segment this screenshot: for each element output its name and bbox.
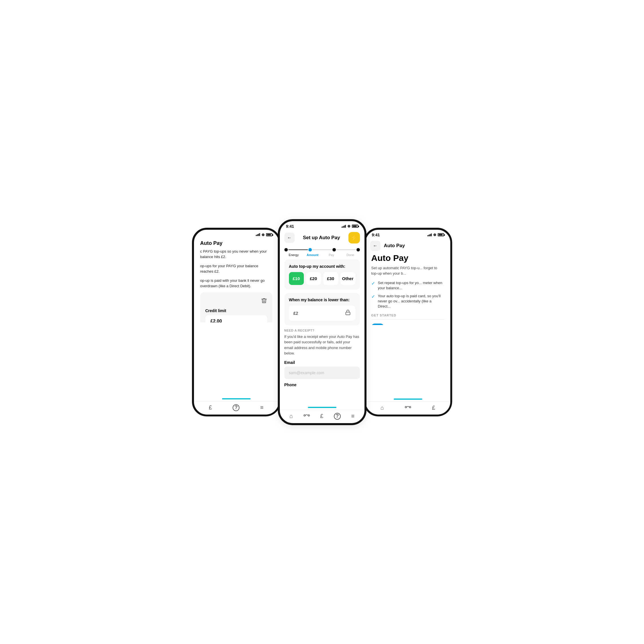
receipt-section: NEED A RECEIPT? If you'd like a receipt … — [280, 329, 364, 389]
left-phone-content: ⊛ Auto Pay c PAYG top-ups so you never w… — [194, 230, 279, 415]
check-item-2: ✓ Your auto top-up is paid card, so you'… — [371, 294, 445, 309]
step-dot-amount — [308, 248, 312, 251]
step-line-2 — [312, 249, 332, 250]
balance-card: When my balance is lower than: £2 — [284, 293, 360, 325]
step-line-3 — [336, 249, 356, 250]
trash-icon[interactable] — [261, 298, 267, 306]
nav-menu-mid[interactable]: ≡ — [351, 413, 354, 419]
left-nav-bar: £ ? ≡ — [194, 401, 279, 415]
step-dot-energy — [284, 248, 288, 251]
auto-pay-description: Set up automatic PAYG top-u... forget to… — [371, 265, 445, 276]
nav-journey[interactable] — [304, 413, 310, 419]
middle-wifi-icon: ⊛ — [347, 224, 350, 228]
middle-header: ← Set up Auto Pay ⚡ — [280, 230, 364, 246]
nav-billing-mid[interactable]: £ — [320, 413, 323, 419]
amount-options: £10 £20 £30 Other — [289, 272, 355, 285]
middle-phone-content: 9:41 ⊛ ← Set up Auto Pay — [280, 221, 364, 423]
right-phone-content: 9:41 ⊛ ← Auto Pay — [366, 230, 450, 415]
amount-10-button[interactable]: £10 — [289, 272, 304, 285]
middle-time: 9:41 — [286, 224, 294, 229]
check-mark-2: ✓ — [371, 294, 375, 299]
balance-row: £2 — [289, 306, 355, 321]
nav-menu[interactable]: ≡ — [260, 404, 264, 411]
middle-bottom-bar — [308, 407, 336, 408]
step-label-energy: Energy — [284, 253, 303, 257]
check-text-1: Set repeat top-ups for yo... meter when … — [378, 280, 445, 291]
right-header: ← Auto Pay — [366, 238, 450, 253]
right-wifi-icon: ⊛ — [433, 233, 436, 237]
right-battery-icon — [438, 233, 444, 236]
step-label-done: Done — [341, 253, 360, 257]
left-body-text-3: op-up is paid with your bank ll never go… — [200, 278, 272, 289]
nav-home[interactable]: ⌂ — [290, 413, 293, 419]
lock-icon — [345, 310, 351, 317]
stepper — [280, 246, 364, 253]
email-label: Email — [284, 360, 360, 365]
wifi-icon: ⊛ — [261, 233, 265, 237]
receipt-description: If you'd like a receipt when your Auto P… — [284, 334, 360, 356]
middle-phone: 9:41 ⊛ ← Set up Auto Pay — [278, 219, 366, 425]
right-phone: 9:41 ⊛ ← Auto Pay — [364, 228, 452, 417]
svg-rect-0 — [346, 312, 350, 315]
balance-amount: £2 — [294, 311, 298, 316]
receipt-label: NEED A RECEIPT? — [284, 329, 360, 332]
battery-icon — [266, 233, 272, 236]
middle-battery-icon — [352, 225, 358, 228]
phone-label: Phone — [284, 383, 360, 387]
topup-card-title: Auto top-up my account with: — [289, 264, 355, 269]
get-started-label: GET STARTED — [371, 314, 445, 317]
step-label-amount: Amount — [303, 253, 322, 257]
email-input[interactable]: sam@example.com — [284, 366, 360, 379]
lightning-icon: ⚡ — [350, 234, 358, 241]
auto-pay-hero-title: Auto Pay — [371, 253, 445, 263]
balance-card-title: When my balance is lower than: — [289, 298, 355, 302]
topup-card: Auto top-up my account with: £10 £20 £30… — [284, 259, 360, 290]
middle-nav-bar: ⌂ £ ? — [280, 410, 364, 423]
signal-icon — [256, 233, 260, 236]
back-arrow-icon: ← — [287, 235, 292, 240]
divider — [371, 319, 445, 320]
credit-limit-label: Credit limit — [205, 308, 267, 313]
left-status-bar: ⊛ — [194, 230, 279, 238]
right-status-bar: 9:41 ⊛ — [366, 230, 450, 238]
stepper-labels: Energy Amount Pay Done — [280, 253, 364, 259]
right-nav-bar: ⌂ £ — [366, 401, 450, 415]
credit-card: Credit limit £2.00 — [200, 292, 272, 323]
check-text-2: Your auto top-up is paid card, so you'll… — [378, 294, 445, 309]
left-phone: ⊛ Auto Pay c PAYG top-ups so you never w… — [192, 228, 281, 417]
left-body: c PAYG top-ups so you never when your ba… — [194, 249, 279, 323]
step-dot-pay — [332, 248, 336, 251]
right-back-button[interactable]: ← — [370, 241, 381, 251]
right-back-arrow-icon: ← — [373, 243, 378, 248]
amount-30-button[interactable]: £30 — [323, 272, 338, 285]
bottom-bar — [222, 398, 251, 399]
middle-status-bar: 9:41 ⊛ — [280, 221, 364, 230]
right-page-title: Auto Pay — [384, 243, 405, 249]
middle-signal-icon — [342, 225, 346, 228]
back-button[interactable]: ← — [284, 233, 295, 243]
step-dot-done — [356, 248, 360, 251]
lightning-button[interactable]: ⚡ — [348, 232, 360, 243]
amount-other-button[interactable]: Other — [340, 272, 355, 285]
step-label-pay: Pay — [322, 253, 341, 257]
right-nav-billing[interactable]: £ — [432, 405, 435, 411]
email-placeholder: sam@example.com — [289, 370, 324, 375]
step-line-1 — [288, 249, 308, 250]
right-signal-icon — [427, 233, 432, 236]
credit-amount: £2.00 — [205, 315, 267, 323]
right-time: 9:41 — [372, 233, 380, 237]
nav-help[interactable]: ? — [233, 404, 239, 411]
left-body-text-1: c PAYG top-ups so you never when your ba… — [200, 249, 272, 260]
right-bottom-bar — [394, 399, 422, 400]
right-nav-home[interactable]: ⌂ — [381, 405, 384, 411]
nav-billing[interactable]: £ — [209, 404, 212, 411]
right-nav-journey[interactable] — [405, 405, 411, 411]
check-item-1: ✓ Set repeat top-ups for yo... meter whe… — [371, 280, 445, 291]
check-mark-1: ✓ — [371, 281, 375, 286]
nav-help-mid[interactable]: ? — [334, 413, 341, 420]
left-body-text-2: op-ups for your PAYG your balance reache… — [200, 263, 272, 274]
right-body: Auto Pay Set up automatic PAYG top-u... … — [366, 253, 450, 325]
left-page-title: Auto Pay — [194, 238, 279, 249]
screen-container: ⊛ Auto Pay c PAYG top-ups so you never w… — [165, 219, 479, 425]
amount-20-button[interactable]: £20 — [306, 272, 321, 285]
